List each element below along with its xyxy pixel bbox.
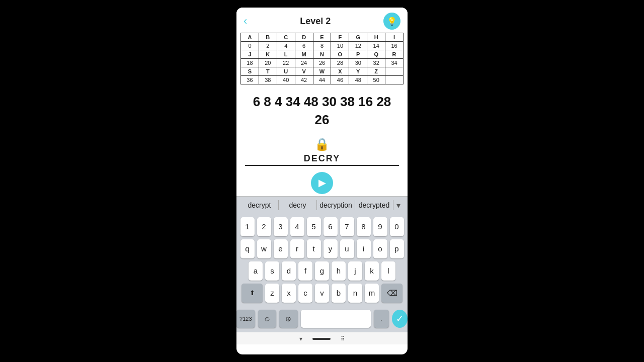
keyboard: 1 2 3 4 5 6 7 8 9 0 q w e r t y u i o p … bbox=[236, 214, 408, 308]
key-o[interactable]: o bbox=[373, 239, 387, 258]
key-t[interactable]: t bbox=[307, 239, 321, 258]
shift-key[interactable]: ⬆ bbox=[242, 284, 263, 303]
key-q[interactable]: q bbox=[240, 239, 255, 258]
cipher-header-row-1: A B C D E F G H I bbox=[240, 33, 404, 41]
checkmark-key[interactable]: ✓ bbox=[392, 310, 408, 328]
delete-key[interactable]: ⌫ bbox=[381, 284, 403, 303]
space-key[interactable] bbox=[301, 310, 371, 328]
key-y[interactable]: y bbox=[324, 239, 338, 258]
cipher-header-D: D bbox=[295, 33, 313, 41]
cipher-header-F: F bbox=[331, 33, 349, 41]
cipher-value-row-1: 0 2 4 6 8 10 12 14 16 bbox=[240, 41, 404, 50]
cipher-header-G: G bbox=[349, 33, 367, 41]
key-w[interactable]: w bbox=[257, 239, 271, 258]
key-p[interactable]: p bbox=[390, 239, 404, 258]
key-1[interactable]: 1 bbox=[240, 217, 255, 236]
cipher-header-row-2: J K L M N O P Q R bbox=[240, 50, 404, 58]
nav-home-indicator bbox=[312, 338, 331, 340]
cipher-table: A B C D E F G H I 0 2 4 6 8 10 12 14 16 … bbox=[236, 33, 408, 84]
key-b[interactable]: b bbox=[332, 284, 346, 303]
key-j[interactable]: j bbox=[348, 261, 362, 281]
lock-icon: 🔒 bbox=[314, 137, 330, 151]
cipher-value-row-3: 36 38 40 42 44 46 48 50 bbox=[240, 75, 404, 84]
autocomplete-decrypted[interactable]: decrypted bbox=[355, 200, 393, 210]
globe-key[interactable]: ⊕ bbox=[279, 310, 298, 328]
nav-indicator: ▾ ⠿ bbox=[236, 332, 408, 344]
bottom-bar: ?123 ☺ ⊕ . ✓ bbox=[236, 308, 408, 332]
emoji-icon: ☺ bbox=[264, 315, 271, 323]
submit-button[interactable]: ▶ bbox=[311, 172, 333, 194]
key-3[interactable]: 3 bbox=[274, 217, 288, 236]
cipher-value-row-2: 18 20 22 24 26 28 30 32 34 bbox=[240, 58, 404, 67]
key-0[interactable]: 0 bbox=[390, 217, 404, 236]
keyboard-row-qwerty: q w e r t y u i o p bbox=[238, 239, 406, 258]
text-input-container[interactable]: DECRY bbox=[245, 152, 399, 166]
key-r[interactable]: r bbox=[290, 239, 304, 258]
delete-icon: ⌫ bbox=[387, 289, 397, 298]
key-u[interactable]: u bbox=[340, 239, 354, 258]
back-button[interactable]: ‹ bbox=[244, 15, 247, 28]
header: ‹ Level 2 💡 bbox=[236, 8, 408, 33]
nav-grid-icon: ⠿ bbox=[341, 335, 345, 342]
nav-chevron-icon: ▾ bbox=[299, 335, 302, 342]
key-d[interactable]: d bbox=[282, 261, 296, 281]
key-e[interactable]: e bbox=[274, 239, 288, 258]
autocomplete-bar: decrypt decry decryption decrypted ▾ bbox=[236, 196, 408, 214]
period-key[interactable]: . bbox=[374, 310, 389, 328]
key-7[interactable]: 7 bbox=[340, 217, 354, 236]
key-c[interactable]: c bbox=[298, 284, 312, 303]
phone-container: ‹ Level 2 💡 A B C D E F G H I 0 2 4 6 8 … bbox=[236, 8, 408, 354]
cipher-header-E: E bbox=[313, 33, 332, 41]
key-f[interactable]: f bbox=[298, 261, 312, 281]
cipher-header-I: I bbox=[385, 33, 404, 41]
key-i[interactable]: i bbox=[357, 239, 371, 258]
autocomplete-decryption[interactable]: decryption bbox=[317, 200, 355, 210]
code-line-2: 26 bbox=[242, 111, 403, 129]
key-s[interactable]: s bbox=[265, 261, 279, 281]
key-m[interactable]: m bbox=[365, 284, 379, 303]
checkmark-icon: ✓ bbox=[396, 313, 404, 324]
keyboard-row-zxcv: ⬆ z x c v b n m ⌫ bbox=[238, 284, 406, 303]
cipher-header-C: C bbox=[277, 33, 295, 41]
page-title: Level 2 bbox=[300, 16, 331, 27]
key-9[interactable]: 9 bbox=[373, 217, 387, 236]
key-h[interactable]: h bbox=[332, 261, 346, 281]
keyboard-row-asdf: a s d f g h j k l bbox=[238, 261, 406, 281]
input-area: 🔒 DECRY bbox=[236, 133, 408, 168]
key-6[interactable]: 6 bbox=[324, 217, 338, 236]
key-8[interactable]: 8 bbox=[357, 217, 371, 236]
key-l[interactable]: l bbox=[381, 261, 395, 281]
key-x[interactable]: x bbox=[282, 284, 296, 303]
cipher-header-A: A bbox=[241, 33, 259, 41]
key-a[interactable]: a bbox=[249, 261, 263, 281]
autocomplete-decry[interactable]: decry bbox=[279, 200, 317, 210]
key-5[interactable]: 5 bbox=[307, 217, 321, 236]
cipher-header-H: H bbox=[367, 33, 385, 41]
key-v[interactable]: v bbox=[315, 284, 329, 303]
code-line-1: 6 8 4 34 48 30 38 16 28 bbox=[242, 93, 403, 111]
code-display: 6 8 4 34 48 30 38 16 28 26 bbox=[236, 84, 408, 133]
arrow-right-icon: ▶ bbox=[318, 177, 326, 189]
key-k[interactable]: k bbox=[365, 261, 379, 281]
shift-icon: ⬆ bbox=[250, 289, 255, 297]
lightbulb-icon: 💡 bbox=[387, 17, 397, 26]
numbers-key[interactable]: ?123 bbox=[236, 310, 255, 328]
autocomplete-more-button[interactable]: ▾ bbox=[393, 200, 404, 211]
key-z[interactable]: z bbox=[265, 284, 279, 303]
globe-icon: ⊕ bbox=[285, 315, 291, 323]
cipher-header-B: B bbox=[259, 33, 277, 41]
hint-button[interactable]: 💡 bbox=[383, 13, 400, 30]
key-2[interactable]: 2 bbox=[257, 217, 271, 236]
key-n[interactable]: n bbox=[348, 284, 362, 303]
key-g[interactable]: g bbox=[315, 261, 329, 281]
keyboard-row-numbers: 1 2 3 4 5 6 7 8 9 0 bbox=[238, 217, 406, 236]
key-4[interactable]: 4 bbox=[290, 217, 304, 236]
autocomplete-decrypt[interactable]: decrypt bbox=[240, 200, 279, 210]
text-input-value: DECRY bbox=[304, 153, 340, 164]
emoji-key[interactable]: ☺ bbox=[258, 310, 277, 328]
cipher-header-row-3: S T U V W X Y Z bbox=[240, 67, 404, 75]
